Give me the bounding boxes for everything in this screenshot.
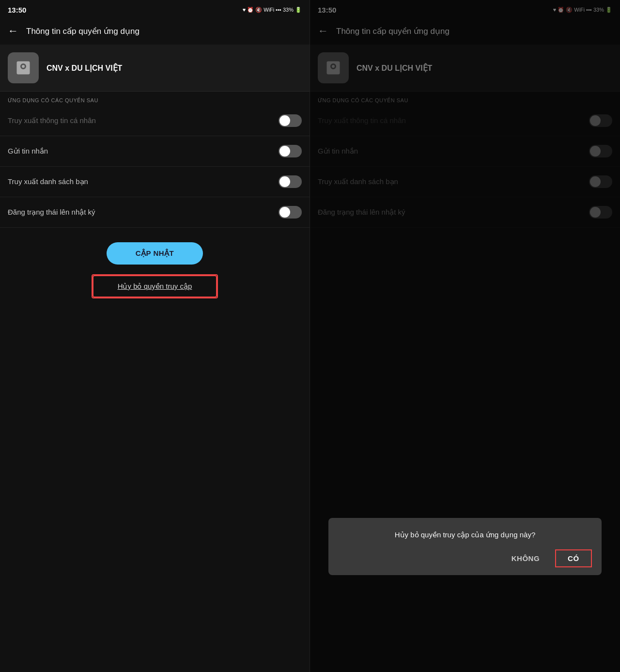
toggle-knob-2: [279, 176, 290, 187]
left-permission-list: Truy xuất thông tin cá nhân Gửi tin nhắn…: [0, 106, 310, 228]
toggle-knob-3: [279, 207, 290, 218]
permission-toggle-2[interactable]: [279, 175, 302, 188]
permission-item-1: Gửi tin nhắn: [0, 136, 310, 167]
permission-toggle-3[interactable]: [279, 206, 302, 219]
dialog-yes-button[interactable]: CÓ: [555, 549, 592, 567]
permission-label-0: Truy xuất thông tin cá nhân: [8, 116, 96, 125]
left-section-label: ỨNG DỤNG CÓ CÁC QUYỀN SAU: [0, 92, 310, 106]
left-header: ← Thông tin cấp quyền ứng dụng: [0, 17, 310, 45]
battery-icon: 🔋: [295, 7, 302, 13]
signal-icon: ▪▪▪: [276, 7, 281, 13]
permission-toggle-1[interactable]: [279, 145, 302, 157]
dialog-overlay: Hủy bỏ quyền truy cập của ứng dụng này? …: [310, 0, 620, 672]
left-back-button[interactable]: ←: [8, 25, 18, 37]
permission-toggle-0[interactable]: [279, 114, 302, 127]
left-app-name: CNV x DU LỊCH VIỆT: [46, 63, 122, 73]
battery-text: 33%: [283, 7, 294, 13]
left-action-area: CẬP NHẬT Hủy bỏ quyền truy cập: [0, 228, 310, 308]
right-phone-panel: 13:50 ♥ ⏰ 🔇 WiFi ▪▪▪ 33% 🔋 ← Thông tin c…: [310, 0, 620, 672]
alarm-icon: ⏰: [247, 7, 254, 13]
huy-bo-container: Hủy bỏ quyền truy cập: [92, 274, 218, 298]
left-phone-panel: 13:50 ♥ ⏰ 🔇 WiFi ▪▪▪ 33% 🔋 ← Thông tin c…: [0, 0, 310, 672]
cap-nhat-button[interactable]: CẬP NHẬT: [107, 242, 203, 265]
confirm-dialog: Hủy bỏ quyền truy cập của ứng dụng này? …: [328, 518, 601, 575]
toggle-knob-0: [279, 115, 290, 126]
toggle-knob-1: [279, 146, 290, 156]
permission-label-2: Truy xuất danh sách bạn: [8, 177, 88, 186]
left-page-title: Thông tin cấp quyền ứng dụng: [26, 26, 140, 36]
heart-icon: ♥: [243, 7, 246, 13]
wifi-icon: WiFi: [264, 7, 274, 13]
permission-item-3: Đăng trạng thái lên nhật ký: [0, 197, 310, 228]
dialog-message: Hủy bỏ quyền truy cập của ứng dụng này?: [338, 530, 591, 540]
left-status-icons: ♥ ⏰ 🔇 WiFi ▪▪▪ 33% 🔋: [243, 7, 302, 13]
permission-label-1: Gửi tin nhắn: [8, 147, 48, 156]
permission-label-3: Đăng trạng thái lên nhật ký: [8, 208, 95, 217]
left-app-info: CNV x DU LỊCH VIỆT: [0, 45, 310, 92]
mute-icon: 🔇: [255, 7, 262, 13]
permission-item-0: Truy xuất thông tin cá nhân: [0, 106, 310, 136]
permission-item-2: Truy xuất danh sách bạn: [0, 167, 310, 197]
dialog-no-button[interactable]: KHÔNG: [504, 549, 547, 567]
huy-bo-button[interactable]: Hủy bỏ quyền truy cập: [93, 275, 217, 297]
left-app-icon: [8, 52, 39, 83]
app-icon-svg: [15, 59, 32, 77]
left-status-time: 13:50: [8, 6, 26, 14]
dialog-button-row: KHÔNG CÓ: [338, 549, 591, 567]
left-status-bar: 13:50 ♥ ⏰ 🔇 WiFi ▪▪▪ 33% 🔋: [0, 0, 310, 17]
